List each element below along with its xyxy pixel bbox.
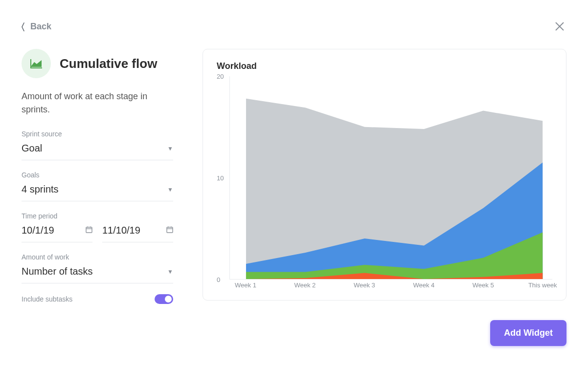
include-subtasks-label: Include subtasks xyxy=(22,295,72,303)
end-date-picker[interactable]: 11/10/19 xyxy=(102,225,173,242)
plot-area xyxy=(229,76,552,280)
amount-of-work-label: Amount of work xyxy=(22,253,173,261)
calendar-icon xyxy=(86,226,92,235)
svg-rect-2 xyxy=(86,227,92,233)
sprint-source-field: Sprint source Goal ▼ xyxy=(22,130,173,160)
sprint-source-label: Sprint source xyxy=(22,130,173,138)
y-axis: 01020 xyxy=(217,76,229,280)
chart-card: Workload 01020 Week 1Week 2Week 3Week 4W… xyxy=(203,49,566,301)
back-button[interactable]: 〈 Back xyxy=(22,22,51,32)
y-tick: 20 xyxy=(217,73,224,80)
goals-label: Goals xyxy=(22,171,173,179)
start-date-picker[interactable]: 10/1/19 xyxy=(22,225,92,242)
start-date-value: 10/1/19 xyxy=(22,225,54,236)
goals-field: Goals 4 sprints ▼ xyxy=(22,171,173,201)
add-widget-button[interactable]: Add Widget xyxy=(490,320,566,346)
calendar-icon xyxy=(166,226,173,235)
sprint-source-select[interactable]: Goal ▼ xyxy=(22,143,173,160)
include-subtasks-row: Include subtasks xyxy=(22,294,173,304)
amount-of-work-select[interactable]: Number of tasks ▼ xyxy=(22,266,173,283)
end-date-value: 11/10/19 xyxy=(102,225,140,236)
goals-select[interactable]: 4 sprints ▼ xyxy=(22,184,173,201)
chart-area: 01020 Week 1Week 2Week 3Week 4Week 5This… xyxy=(217,76,552,291)
back-label: Back xyxy=(30,22,51,32)
close-icon xyxy=(554,21,565,32)
y-tick: 10 xyxy=(217,174,224,182)
chevron-down-icon: ▼ xyxy=(167,186,173,193)
chevron-down-icon: ▼ xyxy=(167,268,173,275)
amount-of-work-field: Amount of work Number of tasks ▼ xyxy=(22,253,173,283)
x-tick: Week 5 xyxy=(473,281,494,289)
chevron-left-icon: 〈 xyxy=(22,22,24,32)
page-description: Amount of work at each stage in sprints. xyxy=(22,90,173,116)
include-subtasks-toggle[interactable] xyxy=(155,294,173,304)
sprint-source-value: Goal xyxy=(22,143,42,154)
goals-value: 4 sprints xyxy=(22,184,59,195)
chart-title: Workload xyxy=(217,61,552,71)
time-period-field: Time period 10/1/19 11/10/19 xyxy=(22,212,173,242)
time-period-label: Time period xyxy=(22,212,173,220)
amount-of-work-value: Number of tasks xyxy=(22,266,93,277)
x-tick: Week 3 xyxy=(354,281,375,289)
svg-rect-6 xyxy=(167,227,173,233)
x-tick: This week xyxy=(528,281,557,289)
x-tick: Week 2 xyxy=(294,281,316,289)
area-chart-icon xyxy=(22,49,51,78)
y-tick: 0 xyxy=(217,276,220,283)
page-title: Cumulative flow xyxy=(60,56,157,71)
chart-panel: Workload 01020 Week 1Week 2Week 3Week 4W… xyxy=(203,49,566,379)
settings-sidebar: Cumulative flow Amount of work at each s… xyxy=(22,49,173,379)
x-tick: Week 1 xyxy=(235,281,256,289)
chevron-down-icon: ▼ xyxy=(167,145,173,152)
toggle-knob xyxy=(165,296,172,303)
close-button[interactable] xyxy=(553,20,566,33)
x-tick: Week 4 xyxy=(413,281,434,289)
x-axis: Week 1Week 2Week 3Week 4Week 5This week xyxy=(229,281,552,291)
